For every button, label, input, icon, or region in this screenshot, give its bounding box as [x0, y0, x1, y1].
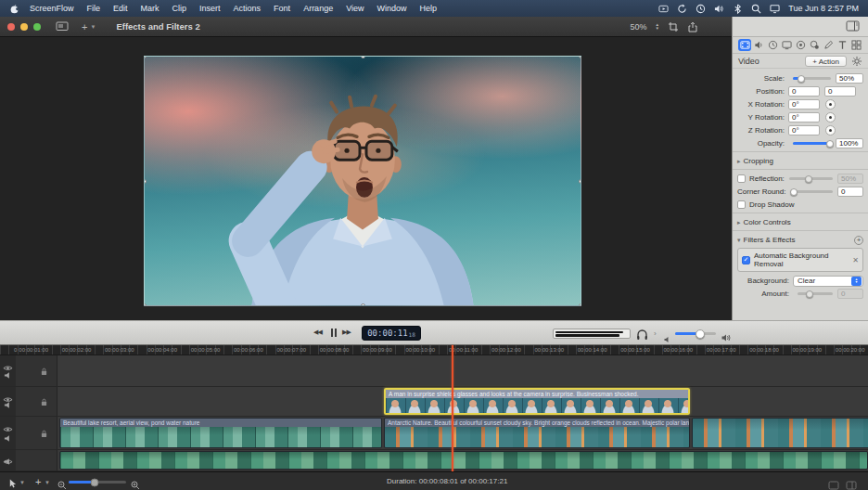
add-clip-button[interactable]: + — [35, 476, 41, 487]
canvas-zoom-stepper[interactable]: ▲▼ — [656, 23, 659, 30]
timeline-ruler[interactable]: 0 00:00:01:0000:00:02:0000:00:03:0000:00… — [0, 345, 868, 355]
playhead[interactable] — [452, 345, 453, 471]
clip-man-surprise[interactable]: A man in surprise shields glasses and lo… — [384, 388, 690, 415]
tab-media-library[interactable] — [849, 39, 862, 51]
corner-round-slider[interactable] — [790, 190, 833, 193]
bluetooth-status-icon[interactable] — [733, 4, 743, 14]
clip-broll[interactable] — [692, 418, 868, 448]
menu-item[interactable]: Arrange — [297, 4, 339, 13]
tab-audio[interactable] — [752, 39, 765, 51]
opacity-value-field[interactable]: 100% — [836, 138, 863, 148]
gear-icon[interactable] — [851, 56, 862, 67]
y-rotation-field[interactable]: 0° — [788, 112, 820, 122]
selection-handle[interactable] — [579, 56, 581, 58]
timeline-zoom-slider[interactable] — [69, 481, 126, 484]
time-machine-status-icon[interactable] — [696, 4, 706, 14]
apple-menu-icon[interactable] — [9, 4, 19, 14]
track-mute-speaker-icon[interactable] — [4, 430, 12, 446]
video-preview[interactable] — [144, 56, 581, 306]
pause-button[interactable] — [331, 329, 337, 337]
selection-handle[interactable] — [579, 303, 581, 306]
headphones-icon[interactable] — [636, 328, 648, 340]
sidebar-toggle-icon[interactable] — [846, 19, 860, 35]
menu-item[interactable]: Help — [414, 4, 444, 13]
pointer-tool-icon[interactable] — [8, 476, 17, 490]
cropping-row[interactable]: ▸ Cropping — [737, 156, 863, 166]
search-status-icon[interactable] — [751, 4, 761, 14]
corner-round-value-field[interactable]: 0 — [837, 187, 863, 197]
x-rotation-field[interactable]: 0° — [788, 99, 820, 110]
canvas-zoom-value[interactable]: 50% — [631, 22, 647, 32]
drop-shadow-checkbox[interactable] — [737, 200, 746, 209]
reflection-checkbox[interactable] — [737, 174, 746, 183]
menu-item[interactable]: Mark — [134, 4, 166, 13]
sync-status-icon[interactable] — [677, 4, 687, 14]
clip-antarctic-nature[interactable]: Antarctic Nature. Beautiful colourful su… — [384, 418, 690, 448]
clip-lake-resort[interactable]: Beautiful lake resort, aerial view, pond… — [59, 418, 382, 448]
close-window-button[interactable] — [7, 23, 15, 31]
zoom-window-button[interactable] — [33, 23, 41, 31]
screen-capture-icon[interactable] — [56, 21, 69, 32]
position-y-field[interactable]: 0 — [824, 86, 856, 97]
rewind-button[interactable]: ◀◀ — [313, 329, 322, 336]
tab-video-motion[interactable] — [766, 39, 779, 51]
add-media-button[interactable]: + — [82, 21, 87, 32]
color-controls-row[interactable]: ▸ Color Controls — [737, 217, 863, 227]
position-x-field[interactable]: 0 — [788, 86, 820, 97]
auto-background-removal-checkbox[interactable]: ✓ — [742, 256, 750, 264]
menu-item[interactable]: ScreenFlow — [23, 4, 81, 13]
opacity-slider[interactable] — [793, 142, 831, 145]
menu-item[interactable]: Insert — [193, 4, 227, 13]
reflection-slider[interactable] — [789, 177, 833, 180]
selection-handle[interactable] — [579, 179, 581, 184]
zoom-in-icon[interactable] — [131, 477, 140, 490]
menu-item[interactable]: Window — [371, 4, 414, 13]
background-dropdown[interactable]: Clear ▲▼ — [793, 276, 863, 287]
fast-forward-button[interactable]: ▶▶ — [342, 329, 351, 336]
z-rotation-dial[interactable] — [825, 125, 836, 135]
tab-video[interactable] — [738, 39, 751, 51]
scale-value-field[interactable]: 50% — [836, 73, 863, 84]
selection-handle[interactable] — [361, 303, 365, 306]
y-rotation-dial[interactable] — [825, 112, 836, 122]
menu-item[interactable]: Clip — [166, 4, 194, 13]
export-icon[interactable] — [687, 21, 698, 32]
pointer-tool-chevron-icon[interactable]: ▼ — [19, 480, 25, 485]
track-mute-speaker-icon[interactable] — [4, 396, 12, 413]
track-mute-speaker-icon[interactable] — [4, 367, 12, 383]
marker-panel-icon[interactable] — [828, 477, 839, 490]
add-clip-chevron-icon[interactable]: ▼ — [45, 480, 50, 485]
track-lock-icon[interactable] — [41, 363, 47, 380]
add-action-button[interactable]: + Action — [805, 56, 847, 67]
remove-filter-icon[interactable]: ✕ — [852, 256, 859, 264]
menu-item[interactable]: Edit — [107, 4, 134, 13]
volume-disclosure-icon[interactable]: › — [654, 329, 657, 338]
z-rotation-field[interactable]: 0° — [788, 125, 820, 135]
crop-icon[interactable] — [668, 21, 679, 32]
volume-status-icon[interactable] — [714, 4, 724, 14]
clip-background-footage[interactable] — [59, 451, 868, 470]
add-media-chevron-icon[interactable]: ▼ — [90, 24, 96, 30]
zoom-out-icon[interactable] — [57, 477, 67, 490]
track-lock-icon[interactable] — [41, 425, 47, 442]
tab-screen-recording[interactable] — [780, 39, 793, 51]
disclosure-triangle-open-icon[interactable]: ▾ — [737, 237, 741, 244]
minimize-window-button[interactable] — [20, 23, 28, 31]
menu-item[interactable]: View — [339, 4, 370, 13]
screen-record-status-icon[interactable] — [658, 4, 669, 14]
volume-slider[interactable] — [675, 332, 716, 335]
menu-item[interactable]: Font — [267, 4, 297, 13]
media-panel-icon[interactable] — [846, 477, 857, 490]
menu-item[interactable]: Actions — [227, 4, 268, 13]
tab-callout[interactable] — [794, 39, 807, 51]
tab-annotations[interactable] — [822, 39, 835, 51]
track-lock-icon[interactable] — [41, 393, 47, 410]
add-filter-button[interactable]: + — [854, 236, 863, 245]
scale-slider[interactable] — [793, 77, 831, 80]
selection-handle[interactable] — [144, 303, 147, 306]
amount-slider[interactable] — [798, 292, 833, 295]
menu-item[interactable]: File — [81, 4, 108, 13]
tab-touch-callout[interactable] — [808, 39, 821, 51]
displays-status-icon[interactable] — [770, 4, 780, 14]
disclosure-triangle-icon[interactable]: ▸ — [737, 158, 741, 165]
